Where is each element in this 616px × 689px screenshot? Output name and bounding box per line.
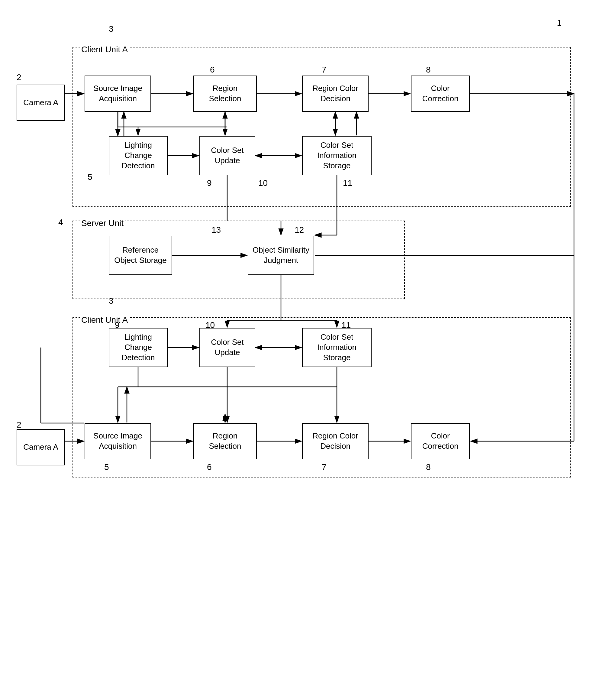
object-similarity-judgment: Object Similarity Judgment (248, 236, 314, 275)
server-unit-label: Server Unit (80, 218, 125, 228)
bottom-client-unit-label: Client Unit A (80, 315, 129, 325)
lighting-change-bottom: Lighting Change Detection (109, 328, 168, 367)
ref-3-bottom: 3 (109, 296, 114, 306)
ref-2-top: 2 (17, 72, 21, 82)
ref-6-top: 6 (210, 65, 215, 74)
diagram: 1 Client Unit A 3 Camera A 2 Source Imag… (0, 0, 616, 689)
ref-10-top: 10 (258, 178, 268, 188)
ref-3-top: 3 (109, 24, 114, 34)
ref-10-bottom: 10 (205, 320, 215, 330)
region-color-decision-bottom: Region Color Decision (302, 423, 369, 459)
camera-a-bottom: Camera A (17, 429, 65, 466)
ref-7-top: 7 (322, 65, 327, 74)
color-set-update-bottom: Color Set Update (199, 328, 255, 367)
color-set-info-bottom: Color Set Information Storage (302, 328, 372, 367)
reference-object-storage: Reference Object Storage (109, 236, 172, 275)
ref-8-bottom: 8 (426, 462, 431, 472)
color-set-update-top: Color Set Update (199, 136, 255, 175)
ref-11-bottom: 11 (342, 320, 351, 330)
ref-9-top: 9 (207, 178, 212, 188)
ref-7-bottom: 7 (322, 462, 327, 472)
ref-6-bottom: 6 (207, 462, 212, 472)
ref-2-bottom: 2 (17, 420, 21, 430)
camera-a-top: Camera A (17, 85, 65, 121)
ref-1: 1 (557, 18, 562, 28)
ref-5-top: 5 (88, 172, 92, 182)
ref-13: 13 (212, 225, 221, 235)
ref-11-top: 11 (343, 178, 352, 188)
ref-12: 12 (294, 225, 304, 235)
color-correction-top: Color Correction (411, 76, 470, 112)
region-selection-bottom: Region Selection (193, 423, 257, 459)
source-image-bottom: Source Image Acquisition (85, 423, 151, 459)
ref-8-top: 8 (426, 65, 431, 74)
region-color-decision-top: Region Color Decision (302, 76, 369, 112)
top-client-unit-label: Client Unit A (80, 45, 129, 55)
lighting-change-top: Lighting Change Detection (109, 136, 168, 175)
source-image-top: Source Image Acquisition (85, 76, 151, 112)
color-set-info-top: Color Set Information Storage (302, 136, 372, 175)
color-correction-bottom: Color Correction (411, 423, 470, 459)
region-selection-top: Region Selection (193, 76, 257, 112)
ref-5-bottom: 5 (104, 462, 109, 472)
ref-9-bottom: 9 (115, 320, 119, 330)
ref-4: 4 (58, 218, 63, 227)
